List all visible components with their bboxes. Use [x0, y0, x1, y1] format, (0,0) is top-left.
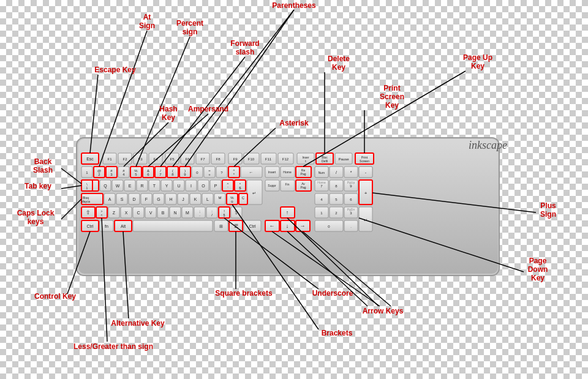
svg-text:D: D: [132, 197, 135, 201]
svg-line-269: [61, 199, 81, 219]
svg-rect-42: [94, 167, 105, 178]
svg-text:F9: F9: [233, 157, 238, 161]
svg-rect-236: [359, 207, 372, 231]
label-hash: Hash: [159, 105, 177, 113]
svg-rect-238: [315, 167, 328, 178]
svg-line-260: [90, 75, 98, 153]
svg-rect-163: [227, 193, 238, 205]
label-alt: Alternative Key: [111, 319, 165, 328]
svg-text:↓: ↓: [286, 223, 289, 229]
svg-text:3: 3: [110, 173, 113, 176]
svg-text:I: I: [190, 184, 192, 188]
svg-rect-145: [116, 193, 127, 205]
svg-rect-19: [211, 153, 225, 164]
svg-rect-105: [161, 180, 172, 191]
svg-rect-0: [77, 138, 499, 276]
svg-line-273: [123, 231, 129, 318]
svg-text:N: N: [173, 211, 176, 215]
label-less-greater: Less/Greater than sign: [74, 342, 153, 351]
svg-rect-208: [330, 207, 343, 218]
svg-text:1: 1: [86, 171, 88, 174]
svg-text:Screen: Screen: [380, 92, 404, 101]
svg-text:↵: ↵: [252, 191, 256, 195]
svg-text:O: O: [202, 184, 205, 188]
label-control: Control Key: [34, 292, 76, 301]
svg-text:S: S: [121, 197, 124, 201]
svg-text:F6: F6: [185, 157, 190, 161]
svg-text:4: 4: [123, 173, 125, 176]
svg-text:1: 1: [86, 186, 88, 190]
svg-text:6: 6: [147, 173, 149, 176]
svg-line-274: [102, 218, 107, 342]
svg-text:.: .: [350, 225, 352, 228]
svg-rect-161: [214, 193, 225, 205]
svg-text:ù: ù: [231, 200, 233, 203]
svg-rect-57: [155, 167, 166, 178]
label-percent: Percent: [176, 19, 203, 28]
svg-rect-174: [81, 207, 95, 218]
svg-rect-37: [355, 153, 374, 164]
svg-rect-95: [100, 180, 111, 191]
svg-text:?: ?: [221, 171, 223, 174]
svg-text:%: %: [134, 169, 138, 173]
svg-text:Key: Key: [531, 274, 545, 282]
svg-text:*: *: [233, 173, 235, 176]
svg-text:0: 0: [196, 171, 198, 174]
svg-line-281: [287, 218, 379, 306]
svg-text:F8: F8: [216, 157, 221, 161]
svg-text:Fin: Fin: [285, 182, 290, 186]
svg-rect-73: [228, 167, 239, 178]
svg-rect-1: [78, 139, 498, 274]
svg-rect-45: [106, 167, 117, 178]
svg-rect-113: [210, 180, 221, 191]
svg-rect-68: [204, 167, 215, 178]
svg-text:.: .: [199, 213, 200, 217]
svg-text:↵: ↵: [364, 218, 368, 222]
svg-text:§: §: [223, 213, 225, 217]
svg-rect-85: [315, 167, 328, 178]
svg-text:<: <: [101, 213, 103, 217]
svg-rect-157: [190, 193, 201, 205]
svg-text:Print: Print: [361, 156, 368, 159]
svg-text:=: =: [208, 169, 211, 173]
svg-text:Sign: Sign: [139, 21, 155, 30]
svg-text:-: -: [365, 170, 367, 174]
svg-text:Suppr: Suppr: [268, 184, 276, 187]
svg-rect-123: [265, 180, 279, 191]
svg-text::: :: [211, 209, 213, 213]
svg-text:8: 8: [172, 173, 174, 176]
svg-text:F: F: [145, 197, 148, 201]
svg-text:M: M: [186, 211, 189, 215]
svg-line-279: [272, 231, 380, 306]
svg-text:F11: F11: [265, 157, 272, 161]
svg-text:^: ^: [233, 169, 235, 173]
label-at-sign: At: [143, 13, 151, 21]
svg-text:&: &: [147, 169, 149, 173]
svg-text:Re: Re: [301, 168, 306, 172]
svg-rect-181: [121, 207, 132, 218]
svg-rect-226: [265, 220, 279, 231]
svg-text:K: K: [194, 197, 197, 201]
svg-rect-176: [96, 207, 107, 218]
svg-text:←: ←: [270, 223, 275, 229]
label-escape: Escape Key: [94, 66, 136, 74]
svg-text:1: 1: [320, 211, 323, 215]
label-ampersand: Ampersand: [188, 105, 228, 113]
svg-text:U: U: [177, 184, 180, 188]
svg-rect-107: [173, 180, 184, 191]
svg-text:Pag: Pag: [301, 172, 306, 176]
svg-text:2: 2: [335, 211, 337, 215]
svg-text:☰: ☰: [234, 223, 238, 229]
svg-text:PgUp: PgUp: [347, 181, 355, 184]
svg-rect-71: [216, 167, 227, 178]
svg-rect-101: [137, 180, 148, 191]
label-square-brackets: Square brackets: [215, 289, 273, 298]
svg-rect-7: [118, 153, 132, 164]
svg-line-284: [359, 218, 524, 272]
svg-text:;: ;: [199, 209, 200, 213]
svg-rect-232: [315, 220, 343, 231]
svg-rect-206: [315, 207, 328, 218]
svg-rect-63: [179, 167, 190, 178]
svg-rect-80: [281, 167, 295, 178]
svg-text:Screen: Screen: [360, 159, 369, 163]
